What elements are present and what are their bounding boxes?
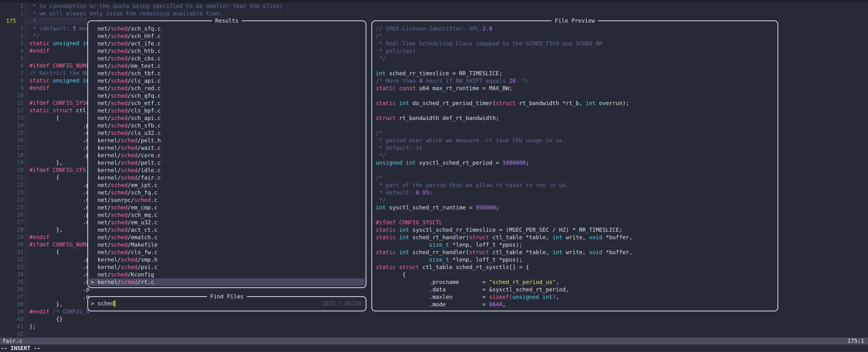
line-number: 11 <box>0 99 24 107</box>
result-item[interactable]: net/sched/sch_sfb.c <box>88 122 366 129</box>
buffer-line: 40 {} <box>0 315 868 323</box>
buffer-line: 42 <box>0 330 868 338</box>
line-number: 21 <box>0 174 24 181</box>
result-item[interactable]: net/sched/ematch.c <box>88 234 366 241</box>
search-query-text: sched <box>97 300 114 307</box>
preview-code-line: size_t *lenp, loff_t *ppos); <box>376 241 522 249</box>
preview-code-line: /* <box>376 32 382 40</box>
result-item[interactable]: net/sched/sch_red.c <box>88 84 366 92</box>
line-number: 1 <box>0 10 24 17</box>
result-item[interactable]: kernel/sched/wait.c <box>88 144 366 152</box>
statusline-filename: fair.c <box>2 337 22 345</box>
line-number: 1 <box>0 25 24 32</box>
preview-code-line: static int sched_rt_handler(struct ctl_t… <box>376 234 632 241</box>
picker-results-panel: Results net/sched/sch_sfq.cnet/sched/sch… <box>87 21 366 288</box>
line-number: 28 <box>0 226 24 234</box>
text-cursor <box>114 300 115 307</box>
preview-code-line: static struct ctl_table sched_rt_sysctls… <box>376 263 529 271</box>
line-number: 22 <box>0 181 24 189</box>
result-item[interactable]: net/sched/sch_etf.c <box>88 100 366 107</box>
line-number: 19 <box>0 159 24 166</box>
preview-code-line: /* <box>376 129 382 137</box>
line-number: 39 <box>0 308 24 315</box>
preview-code-line: // SPDX-License-Identifier: GPL-2.0 <box>376 25 493 32</box>
result-item[interactable]: net/sched/act_ife.c <box>88 40 366 47</box>
line-number: 40 <box>0 315 24 323</box>
result-item[interactable]: net/sched/cls_fw.c <box>88 249 366 256</box>
line-number: 25 <box>0 204 24 211</box>
line-number: 2 <box>0 32 24 40</box>
line-number: 17 <box>0 144 24 151</box>
line-number: 3 <box>0 40 24 47</box>
line-number: 33 <box>0 263 24 271</box>
result-item[interactable]: net/sched/em_cmp.c <box>88 204 366 211</box>
result-item[interactable]: net/sched/sch_hhf.c <box>88 32 366 40</box>
results-panel-title: Results <box>212 17 242 25</box>
result-item[interactable]: net/sunrpc/sched.c <box>88 197 366 204</box>
result-item[interactable]: net/sched/sch_sfq.c <box>88 25 366 32</box>
line-number: 9 <box>0 84 24 92</box>
result-item[interactable]: >kernel/sched/rt.c <box>88 278 366 286</box>
result-item[interactable]: kernel/sched/idle.c <box>88 167 366 174</box>
result-item[interactable]: net/sched/cls_api.c <box>88 77 366 84</box>
result-item[interactable]: net/sched/cls_u32.c <box>88 129 366 137</box>
line-number: 27 <box>0 218 24 226</box>
result-item[interactable]: kernel/sched/pelt.h <box>88 137 366 144</box>
preview-code-line: */ <box>376 55 386 62</box>
line-number: 2 <box>0 2 24 10</box>
result-item[interactable]: net/sched/em_text.c <box>88 62 366 70</box>
preview-code-line: static const u64 max_rt_runtime = MAX_BW… <box>376 84 513 92</box>
result-item[interactable]: net/sched/sch_cbs.c <box>88 55 366 62</box>
preview-code-line: * part of the period that we allow rt ta… <box>376 181 569 189</box>
line-number: 16 <box>0 137 24 144</box>
result-item[interactable]: net/sched/sch_tbf.c <box>88 70 366 77</box>
result-item[interactable]: net/sched/act_ct.c <box>88 226 366 234</box>
result-item[interactable]: net/sched/sch_htb.c <box>88 47 366 55</box>
line-number: 42 <box>0 330 24 338</box>
result-item[interactable]: kernel/sched/pelt.c <box>88 159 366 167</box>
result-item[interactable]: kernel/sched/smp.h <box>88 256 366 263</box>
result-item[interactable]: net/sched/cls_bpf.c <box>88 107 366 114</box>
line-number: 8 <box>0 77 24 84</box>
match-counter: 1821 / 80256 <box>322 300 362 307</box>
result-item[interactable]: net/sched/sch_mq.c <box>88 211 366 219</box>
result-item[interactable]: net/sched/sch_qfq.c <box>88 92 366 100</box>
preview-code-line: /* <box>376 174 382 181</box>
line-number: 26 <box>0 211 24 218</box>
preview-code-line: .mode = 0644, <box>376 301 506 308</box>
line-number: 30 <box>0 241 24 248</box>
result-item[interactable]: net/sched/Kconfig <box>88 271 366 278</box>
line-number: 175 <box>6 17 16 25</box>
search-input[interactable]: > sched 1821 / 80256 <box>88 300 366 307</box>
buffer-line: 41}; <box>0 323 868 330</box>
line-number: 29 <box>0 234 24 241</box>
preview-code-line: #ifdef CONFIG_SYSCTL <box>376 219 442 226</box>
result-item[interactable]: kernel/sched/core.c <box>88 152 366 159</box>
preview-code-line: .maxlen = sizeof(unsigned int), <box>376 293 559 301</box>
line-number: 6 <box>0 62 24 69</box>
result-item[interactable]: kernel/sched/psi.c <box>88 263 366 271</box>
result-item[interactable]: net/sched/em_u32.c <box>88 219 366 226</box>
file-preview-panel: File Preview // SPDX-License-Identifier:… <box>371 21 778 311</box>
preview-code-line: * policies) <box>376 47 416 55</box>
preview-code-line: static int sysctl_sched_rr_timeslice = (… <box>376 226 622 234</box>
line-number: 35 <box>0 278 24 286</box>
preview-code-line: .procname = "sched_rt_period_us", <box>376 278 559 286</box>
line-number: 23 <box>0 189 24 196</box>
find-files-input-panel[interactable]: Find Files > sched 1821 / 80256 <box>87 296 366 311</box>
result-item[interactable]: net/sched/sch_api.c <box>88 114 366 122</box>
preview-code-line: * default: 1s <box>376 144 423 152</box>
line-number: 41 <box>0 323 24 330</box>
line-number: 15 <box>0 129 24 137</box>
preview-code-line: unsigned int sysctl_sched_rt_period = 10… <box>376 159 529 167</box>
result-item[interactable]: net/sched/em_ipt.c <box>88 181 366 189</box>
result-item[interactable]: kernel/sched/fair.c <box>88 174 366 181</box>
result-item[interactable]: net/sched/Makefile <box>88 241 366 249</box>
line-number: 36 <box>0 286 24 293</box>
statusline-cursor-position: 175:1 <box>847 337 864 345</box>
result-item[interactable]: net/sched/sch_fq.c <box>88 189 366 197</box>
line-number: 34 <box>0 271 24 278</box>
line-number: 24 <box>0 196 24 204</box>
preview-code-line: * Real-Time Scheduling Class (mapped to … <box>376 40 602 47</box>
preview-code-line: */ <box>376 152 386 159</box>
